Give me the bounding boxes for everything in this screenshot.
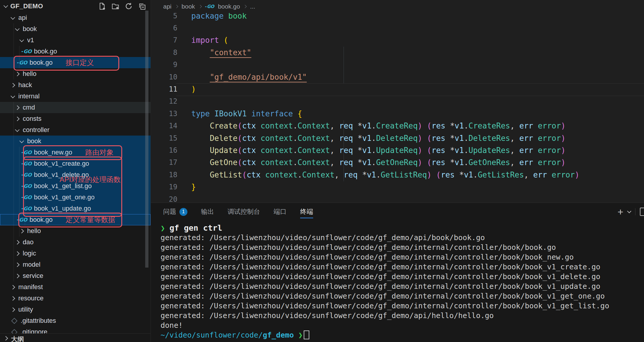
panel-tab-调试控制台[interactable]: 调试控制台 — [228, 203, 260, 221]
panel-tab-输出[interactable]: 输出 — [201, 203, 214, 221]
tree-item-service[interactable]: service — [0, 270, 151, 281]
tree-item-utility[interactable]: utility — [0, 304, 151, 315]
new-terminal-icon[interactable]: + — [617, 207, 623, 217]
tree-item-book[interactable]: book — [0, 136, 151, 147]
code-line-20[interactable]: 20 — [151, 193, 644, 203]
panel-icon-clipped[interactable] — [640, 208, 644, 216]
git-file-icon — [11, 317, 17, 324]
chevron-down-icon[interactable] — [627, 209, 631, 213]
tree-item-book_v1_create.go[interactable]: GObook_v1_create.go — [0, 158, 151, 169]
chevron-right-icon — [11, 285, 15, 289]
code-text: } — [177, 183, 196, 191]
tree-item-label: dao — [23, 238, 34, 246]
code-line-12[interactable]: 12 — [151, 95, 644, 108]
tree-item-book.go[interactable]: GObook.go定义常量等数据 — [0, 214, 151, 225]
tree-indent-guide — [14, 23, 14, 79]
tree-item-dao[interactable]: dao — [0, 237, 151, 248]
chevron-down-icon — [15, 26, 20, 31]
code-line-14[interactable]: 14 Create(ctx context.Context, req *v1.C… — [151, 120, 644, 132]
tree-item-book_new.go[interactable]: GObook_new.go路由对象 — [0, 147, 151, 158]
line-number: 13 — [151, 110, 177, 118]
code-line-6[interactable]: 6 — [151, 22, 644, 34]
go-file-icon: GO — [21, 149, 32, 155]
code-line-16[interactable]: 16 Update(ctx context.Context, req *v1.U… — [151, 144, 644, 156]
chevron-right-icon — [11, 83, 15, 87]
panel-tab-端口[interactable]: 端口 — [274, 203, 287, 221]
line-number: 20 — [151, 195, 177, 203]
go-file-icon: GO — [21, 172, 32, 178]
chevron-right-icon — [15, 240, 20, 245]
outline-section-header[interactable]: 大纲 — [0, 333, 151, 342]
panel-tab-bar: 问题1输出调试控制台端口终端+ — [151, 203, 644, 221]
tree-item-hack[interactable]: hack — [0, 79, 151, 91]
terminal[interactable]: ❯ gf gen ctrlgenerated: /Users/liwenzhou… — [161, 223, 609, 340]
breadcrumb-item[interactable]: ... — [250, 3, 255, 10]
go-file-icon: GO — [205, 4, 214, 9]
chevron-right-icon — [198, 5, 202, 8]
tree-item-label: book_v1_get_one.go — [34, 193, 95, 201]
tree-item-book.go[interactable]: GObook.go接口定义 — [0, 57, 151, 68]
tree-item-cmd[interactable]: cmd — [0, 102, 151, 113]
tree-item-api[interactable]: api — [0, 12, 151, 23]
code-line-11[interactable]: 11) — [151, 83, 644, 95]
annotation-text: 接口定义 — [66, 58, 94, 67]
sidebar-scrollbar[interactable] — [145, 11, 148, 268]
code-text: type IBookV1 interface { — [177, 109, 302, 118]
code-area[interactable]: 5package book67import (8 "context"910 "g… — [151, 10, 644, 203]
code-line-9[interactable]: 9 — [151, 59, 644, 71]
tree-item-book_v1_get_one.go[interactable]: GObook_v1_get_one.go — [0, 192, 151, 203]
tree-item-manifest[interactable]: manifest — [0, 281, 151, 293]
code-line-8[interactable]: 8 "context" — [151, 46, 644, 58]
breadcrumb-item[interactable]: book.go — [218, 3, 240, 10]
breadcrumb-item[interactable]: api — [163, 3, 171, 10]
terminal-line: generated: /Users/liwenzhou/video/sunflo… — [161, 272, 609, 281]
code-line-18[interactable]: 18 GetList(ctx context.Context, req *v1.… — [151, 169, 644, 181]
panel-tab-label: 终端 — [300, 207, 313, 216]
tree-item-label: consts — [23, 115, 42, 123]
terminal-line: generated: /Users/liwenzhou/video/sunflo… — [161, 301, 609, 311]
code-text: Update(ctx context.Context, req *v1.Upda… — [177, 146, 565, 155]
code-line-13[interactable]: 13type IBookV1 interface { — [151, 108, 644, 120]
terminal-line: generated: /Users/liwenzhou/video/sunflo… — [161, 242, 609, 252]
tree-item-controller[interactable]: controller — [0, 124, 151, 136]
code-line-17[interactable]: 17 GetOne(ctx context.Context, req *v1.G… — [151, 157, 644, 169]
tree-item-label: book.go — [34, 48, 57, 55]
tree-item-hello[interactable]: hello — [0, 68, 151, 79]
line-number: 18 — [151, 171, 177, 179]
code-line-19[interactable]: 19} — [151, 181, 644, 193]
tree-item-label: service — [23, 272, 43, 280]
tree-item-logic[interactable]: logic — [0, 248, 151, 259]
editor-pane: apibookGObook.go... 5package book67impor… — [151, 0, 644, 203]
tree-item-label: book.go — [30, 216, 53, 224]
code-text: Create(ctx context.Context, req *v1.Crea… — [177, 121, 565, 130]
new-folder-icon[interactable] — [112, 2, 119, 10]
code-line-15[interactable]: 15 Delete(ctx context.Context, req *v1.D… — [151, 132, 644, 144]
chevron-right-icon — [15, 105, 20, 110]
code-line-7[interactable]: 7import ( — [151, 34, 644, 46]
tree-item-internal[interactable]: internal — [0, 91, 151, 102]
refresh-icon[interactable] — [125, 2, 133, 10]
tree-item-model[interactable]: model — [0, 259, 151, 270]
collapse-all-icon[interactable] — [138, 2, 146, 10]
explorer-section-header[interactable]: GF_DEMO — [0, 0, 151, 12]
tree-item-v1[interactable]: v1 — [0, 35, 151, 46]
tree-item-label: book.go — [30, 59, 53, 66]
tree-item-book_v1_update.go[interactable]: GObook_v1_update.go — [0, 203, 151, 214]
code-line-10[interactable]: 10 "gf_demo/api/book/v1" — [151, 71, 644, 83]
tree-item-consts[interactable]: consts — [0, 113, 151, 124]
panel-tab-问题[interactable]: 问题1 — [163, 203, 187, 221]
code-text: GetOne(ctx context.Context, req *v1.GetO… — [177, 158, 565, 167]
tree-item-hello[interactable]: hello — [0, 225, 151, 237]
chevron-right-icon — [175, 5, 178, 8]
tree-item-.gitattributes[interactable]: .gitattributes — [0, 315, 151, 326]
tree-item-book.go[interactable]: GObook.go — [0, 46, 151, 57]
panel-tab-终端[interactable]: 终端 — [300, 203, 313, 221]
tree-item-label: logic — [23, 250, 36, 257]
terminal-line: generated: /Users/liwenzhou/video/sunflo… — [161, 262, 609, 272]
outline-label: 大纲 — [11, 335, 24, 342]
tree-item-label: api — [18, 14, 27, 22]
tree-item-book[interactable]: book — [0, 23, 151, 35]
new-file-icon[interactable] — [98, 2, 106, 10]
tree-item-resource[interactable]: resource — [0, 293, 151, 304]
breadcrumb-item[interactable]: book — [182, 3, 195, 10]
